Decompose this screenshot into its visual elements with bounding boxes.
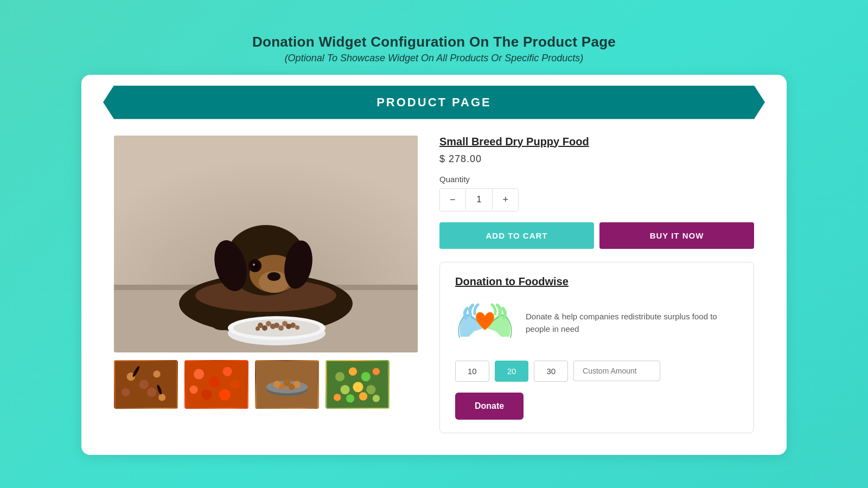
svg-point-57 xyxy=(279,384,285,390)
svg-point-67 xyxy=(334,394,341,401)
product-column: Small Breed Dry Puppy Food $ 278.00 Quan… xyxy=(439,136,754,433)
svg-point-30 xyxy=(295,325,299,330)
svg-point-60 xyxy=(335,372,344,381)
quantity-label: Quantity xyxy=(439,175,754,184)
add-to-cart-button[interactable]: ADD TO CART xyxy=(439,222,594,249)
custom-amount-input[interactable] xyxy=(573,361,660,381)
images-column xyxy=(114,136,418,433)
svg-point-12 xyxy=(253,264,255,266)
cart-buttons: ADD TO CART BUY IT NOW xyxy=(439,222,754,249)
thumbnail-2[interactable] xyxy=(184,360,248,409)
svg-point-66 xyxy=(366,384,375,394)
page-subtitle: (Optional To Showcase Widget On All Prod… xyxy=(252,53,616,64)
product-price: $ 278.00 xyxy=(439,153,754,165)
svg-point-62 xyxy=(361,372,371,381)
svg-point-27 xyxy=(278,325,284,331)
svg-point-63 xyxy=(373,368,380,375)
svg-point-45 xyxy=(222,367,232,376)
donation-description: Donate & help companies redistribute sur… xyxy=(526,311,738,335)
main-product-image xyxy=(114,136,418,352)
svg-point-11 xyxy=(252,262,258,269)
banner: PRODUCT PAGE xyxy=(103,86,765,119)
svg-point-35 xyxy=(135,390,143,399)
svg-point-68 xyxy=(346,394,354,402)
svg-point-38 xyxy=(122,388,130,396)
svg-point-33 xyxy=(139,380,149,389)
svg-point-46 xyxy=(201,389,212,400)
svg-point-37 xyxy=(158,394,165,401)
svg-point-48 xyxy=(231,380,240,389)
svg-point-61 xyxy=(349,367,357,375)
svg-point-58 xyxy=(289,384,295,390)
svg-point-44 xyxy=(209,376,220,387)
donation-info: Donate & help companies redistribute sur… xyxy=(455,299,738,348)
donate-button[interactable]: Donate xyxy=(455,393,524,420)
quantity-increase-button[interactable]: + xyxy=(493,189,518,211)
thumbnail-3[interactable] xyxy=(255,360,319,409)
product-name: Small Breed Dry Puppy Food xyxy=(439,136,754,148)
product-area: Small Breed Dry Puppy Food $ 278.00 Quan… xyxy=(81,130,787,455)
svg-point-69 xyxy=(359,392,367,400)
quantity-control: − 1 + xyxy=(439,188,519,211)
svg-point-50 xyxy=(234,396,242,404)
svg-point-29 xyxy=(256,326,260,331)
svg-point-9 xyxy=(267,272,280,281)
thumbnail-row xyxy=(114,360,418,409)
page-header: Donation Widget Configuration On The Pro… xyxy=(252,34,616,64)
svg-point-28 xyxy=(286,324,291,329)
svg-point-70 xyxy=(373,395,380,402)
banner-label: PRODUCT PAGE xyxy=(376,95,492,109)
thumbnail-1[interactable] xyxy=(114,360,178,409)
svg-point-64 xyxy=(340,384,349,394)
donation-title: Donation to Foodwise xyxy=(455,275,738,288)
svg-point-49 xyxy=(189,385,197,393)
svg-point-47 xyxy=(219,389,231,400)
svg-point-25 xyxy=(262,325,267,331)
main-card: PRODUCT PAGE xyxy=(81,75,787,455)
amount-30-button[interactable]: 30 xyxy=(534,361,568,382)
svg-point-39 xyxy=(163,380,171,388)
svg-point-36 xyxy=(147,387,156,396)
donation-icon xyxy=(455,299,515,348)
amount-10-button[interactable]: 10 xyxy=(455,361,489,382)
donation-widget: Donation to Foodwise xyxy=(439,262,754,433)
svg-point-43 xyxy=(194,369,204,379)
thumbnail-4[interactable] xyxy=(326,360,390,409)
svg-point-65 xyxy=(353,382,363,392)
buy-now-button[interactable]: BUY IT NOW xyxy=(599,222,754,249)
amount-options: 10 20 30 xyxy=(455,361,738,382)
quantity-value: 1 xyxy=(465,189,493,210)
svg-point-26 xyxy=(270,324,276,329)
svg-point-34 xyxy=(153,370,160,377)
page-title: Donation Widget Configuration On The Pro… xyxy=(252,34,616,50)
quantity-decrease-button[interactable]: − xyxy=(440,189,465,211)
amount-20-button[interactable]: 20 xyxy=(495,361,529,382)
